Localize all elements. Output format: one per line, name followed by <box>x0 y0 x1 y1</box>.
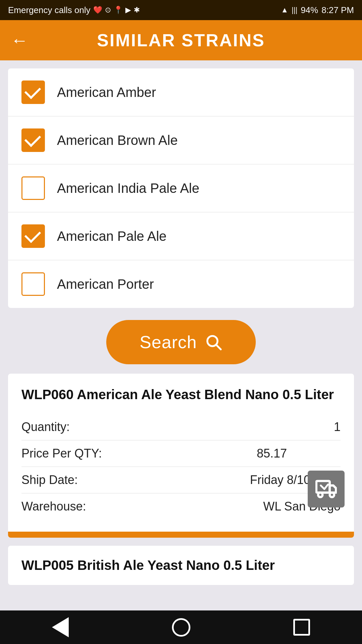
quantity-value: 1 <box>334 420 341 434</box>
nav-overview-button[interactable] <box>282 614 322 641</box>
overview-nav-icon <box>293 619 310 636</box>
back-nav-icon <box>52 617 69 637</box>
strain-label-american-pale-ale: American Pale Ale <box>57 229 167 244</box>
strain-label-american-india-pale-ale: American India Pale Ale <box>57 181 199 196</box>
search-button[interactable]: Search <box>106 320 256 364</box>
header: ← SIMILAR STRAINS <box>0 20 362 60</box>
status-bar: Emergency calls only ❤️ ⊙ 📍 ▶ ✱ ▲ ||| 94… <box>0 0 362 20</box>
chrome-icon: ⊙ <box>105 6 111 14</box>
svg-point-4 <box>330 493 334 497</box>
svg-line-1 <box>217 345 221 350</box>
time-text: 8:27 PM <box>321 5 354 15</box>
strain-label-american-porter: American Porter <box>57 277 154 292</box>
back-button[interactable]: ← <box>11 32 28 49</box>
mail-icon: ❤️ <box>93 6 102 14</box>
checkbox-american-pale-ale[interactable] <box>21 224 45 248</box>
svg-point-3 <box>318 493 322 497</box>
strain-label-american-brown-ale: American Brown Ale <box>57 133 178 148</box>
list-item[interactable]: American Pale Ale <box>8 212 354 260</box>
ship-date-row: Ship Date: Friday 8/10/2018 <box>21 467 341 493</box>
bottom-nav <box>0 610 362 644</box>
product-details: Quantity: 1 Price Per QTY: 85.17 Ship Da… <box>21 414 341 520</box>
status-left: Emergency calls only ❤️ ⊙ 📍 ▶ ✱ <box>8 5 140 15</box>
warehouse-label: Warehouse: <box>21 499 86 514</box>
product-card-1: WLP060 American Ale Yeast Blend Nano 0.5… <box>8 374 354 538</box>
product-card-2: WLP005 British Ale Yeast Nano 0.5 Liter <box>8 546 354 585</box>
product-card-accent-bar <box>8 532 354 538</box>
quantity-row: Quantity: 1 <box>21 414 341 440</box>
quantity-label: Quantity: <box>21 420 70 434</box>
checkbox-american-porter[interactable] <box>21 272 45 296</box>
search-icon <box>205 333 222 351</box>
price-value: 85.17 <box>257 446 287 461</box>
checkbox-american-amber[interactable] <box>21 80 45 104</box>
warehouse-row: Warehouse: WL San Diego <box>21 493 341 520</box>
list-item[interactable]: American Brown Ale <box>8 116 354 164</box>
list-item[interactable]: American Porter <box>8 260 354 308</box>
bluetooth-icon: ✱ <box>134 6 140 14</box>
battery-text: 94% <box>301 5 318 15</box>
ship-date-label: Ship Date: <box>21 473 78 487</box>
checkbox-american-india-pale-ale[interactable] <box>21 176 45 200</box>
page-title: SIMILAR STRAINS <box>0 30 362 50</box>
strain-label-american-amber: American Amber <box>57 85 156 100</box>
nav-home-button[interactable] <box>161 614 201 641</box>
list-item[interactable]: American Amber <box>8 68 354 116</box>
product-2-title: WLP005 British Ale Yeast Nano 0.5 Liter <box>21 558 341 573</box>
product-card-body: WLP060 American Ale Yeast Blend Nano 0.5… <box>8 374 354 532</box>
cart-check-icon <box>315 478 337 500</box>
list-item[interactable]: American India Pale Ale <box>8 164 354 212</box>
product-title: WLP060 American Ale Yeast Blend Nano 0.5… <box>21 386 341 403</box>
nav-back-button[interactable] <box>40 614 80 641</box>
signal-icon: ||| <box>292 6 297 14</box>
maps-icon: 📍 <box>114 6 123 14</box>
search-button-label: Search <box>140 332 197 352</box>
checkbox-american-brown-ale[interactable] <box>21 128 45 152</box>
price-row: Price Per QTY: 85.17 <box>21 440 341 467</box>
strain-list: American Amber American Brown Ale Americ… <box>8 68 354 308</box>
wifi-icon: ▲ <box>281 6 288 14</box>
status-right: ▲ ||| 94% 8:27 PM <box>281 5 354 15</box>
main-content: American Amber American Brown Ale Americ… <box>0 60 362 585</box>
search-button-container: Search <box>8 316 354 366</box>
youtube-icon: ▶ <box>125 6 131 14</box>
status-text: Emergency calls only <box>8 5 90 15</box>
home-nav-icon <box>172 618 190 637</box>
price-label: Price Per QTY: <box>21 446 102 461</box>
add-to-cart-button[interactable] <box>308 471 345 507</box>
